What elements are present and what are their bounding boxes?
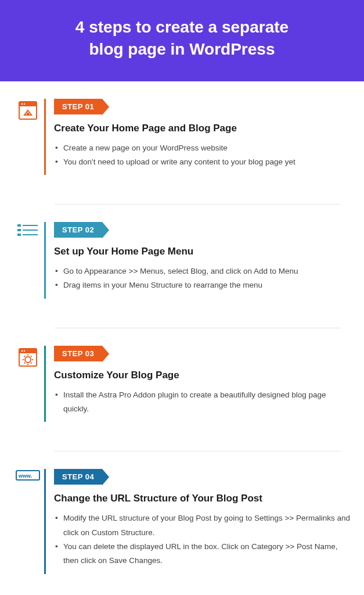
svg-rect-7	[17, 229, 21, 231]
step-1-list: Create a new page on your WordPress webs…	[54, 141, 352, 170]
step-2-body: STEP 02 Set up Your Home Page Menu Go to…	[44, 222, 352, 299]
list-item: You don't need to upload or write any co…	[54, 155, 352, 169]
step-3-list: Install the Astra Pro Addon plugin to cr…	[54, 388, 352, 417]
step-4-body: STEP 04 Change the URL Structure of Your…	[44, 469, 352, 574]
svg-rect-4	[27, 113, 29, 115]
list-item: You can delete the displayed URL in the …	[54, 540, 352, 568]
list-item: Modify the URL structure of your Blog Po…	[54, 511, 352, 540]
svg-point-13	[21, 350, 23, 352]
customize-gear-icon	[12, 346, 44, 422]
divider	[55, 204, 341, 205]
step-4-list: Modify the URL structure of your Blog Po…	[54, 511, 352, 568]
divider	[55, 451, 341, 451]
svg-point-15	[25, 357, 31, 363]
list-item: Drag items in your Menu Structure to rea…	[54, 278, 352, 292]
steps-container: STEP 01 Create Your Home Page and Blog P…	[0, 81, 364, 595]
page-title: 4 steps to create a separate blog page i…	[12, 16, 352, 60]
step-1: STEP 01 Create Your Home Page and Blog P…	[12, 99, 352, 187]
step-2-badge: STEP 02	[54, 222, 102, 238]
svg-rect-9	[17, 234, 21, 236]
svg-rect-5	[17, 224, 21, 227]
step-2-title: Set up Your Home Page Menu	[54, 246, 352, 257]
url-www-icon: www.	[12, 469, 44, 574]
title-line-1: 4 steps to create a separate	[75, 18, 289, 36]
step-1-badge: STEP 01	[54, 99, 102, 114]
list-item: Create a new page on your WordPress webs…	[54, 141, 352, 155]
list-item: Install the Astra Pro Addon plugin to cr…	[54, 388, 352, 417]
step-3-body: STEP 03 Customize Your Blog Page Install…	[44, 346, 352, 422]
svg-rect-10	[23, 234, 38, 235]
step-4-badge: STEP 04	[54, 469, 102, 485]
svg-text:www.: www.	[18, 473, 32, 479]
svg-point-14	[24, 350, 25, 352]
step-1-title: Create Your Home Page and Blog Page	[54, 123, 352, 134]
svg-point-2	[21, 103, 23, 104]
step-3-badge: STEP 03	[54, 346, 102, 361]
step-4: www. STEP 04 Change the URL Structure of…	[12, 469, 352, 585]
step-4-title: Change the URL Structure of Your Blog Po…	[54, 493, 352, 504]
step-2: STEP 02 Set up Your Home Page Menu Go to…	[12, 222, 352, 310]
list-item: Go to Appearance >> Menus, select Blog, …	[54, 264, 352, 278]
home-page-icon	[12, 99, 44, 175]
menu-list-icon	[12, 222, 44, 299]
svg-rect-8	[23, 230, 38, 231]
step-2-list: Go to Appearance >> Menus, select Blog, …	[54, 264, 352, 293]
title-line-2: blog page in WordPress	[89, 40, 275, 58]
svg-rect-6	[23, 225, 38, 226]
step-3: STEP 03 Customize Your Blog Page Install…	[12, 346, 352, 434]
page-header: 4 steps to create a separate blog page i…	[0, 0, 364, 81]
svg-point-3	[24, 103, 25, 104]
step-3-title: Customize Your Blog Page	[54, 370, 352, 381]
step-1-body: STEP 01 Create Your Home Page and Blog P…	[44, 99, 352, 175]
divider	[55, 328, 341, 328]
